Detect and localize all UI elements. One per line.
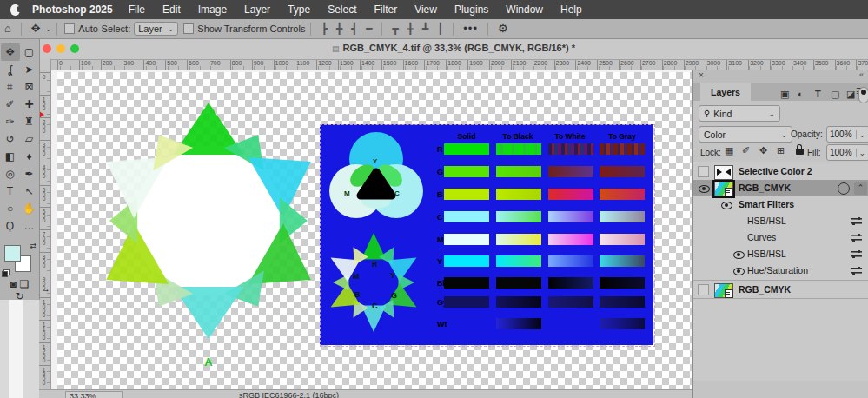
- edit-toolbar-icon[interactable]: ↻: [15, 290, 23, 302]
- filter-shape-layers-icon[interactable]: ▢: [831, 89, 839, 100]
- menu-view[interactable]: View: [406, 3, 446, 16]
- menu-edit[interactable]: Edit: [154, 3, 189, 16]
- layer-filter-kind-dropdown[interactable]: ⚲ Kind ⌄: [699, 105, 780, 122]
- filter-adjustment-layers-icon[interactable]: ◐: [798, 89, 804, 99]
- menu-plugins[interactable]: Plugins: [446, 3, 497, 16]
- workspace-settings-gear-icon[interactable]: ⚙: [494, 19, 513, 38]
- filter-options-icon[interactable]: [851, 250, 862, 258]
- gradient-tool[interactable]: ◧: [1, 148, 20, 165]
- default-colors-icon[interactable]: [2, 269, 10, 277]
- filter-options-icon[interactable]: [851, 217, 862, 225]
- ellipse-tool[interactable]: ○: [1, 200, 20, 217]
- filter-row-curves[interactable]: Curves: [693, 229, 868, 246]
- status-doc-profile[interactable]: sRGB IEC61966-2.1 (16bpc): [239, 391, 339, 398]
- menu-image[interactable]: Image: [189, 3, 235, 16]
- layer-row-selective-color-2[interactable]: Selective Color 2: [693, 163, 868, 180]
- visibility-checkbox[interactable]: [698, 284, 709, 295]
- lock-position-icon[interactable]: ✥: [759, 145, 767, 156]
- filter-row-hsb-hsl-2[interactable]: HSB/HSL: [693, 246, 868, 262]
- collapse-smart-filters-chevron[interactable]: ⌃: [854, 182, 867, 195]
- menu-type[interactable]: Type: [279, 3, 319, 16]
- swap-colors-icon[interactable]: ⇄: [30, 242, 36, 250]
- blend-mode-dropdown[interactable]: Color ⌄: [699, 126, 792, 143]
- close-panel-icon[interactable]: ×: [699, 70, 704, 80]
- eyedropper-tool[interactable]: ✐: [1, 96, 20, 113]
- filter-options-icon[interactable]: [851, 234, 862, 242]
- fill-input[interactable]: 100% ⌄: [826, 144, 868, 161]
- layer-row-rgb-cmyk-bottom[interactable]: RGB_CMYK: [693, 282, 868, 298]
- layers-tab[interactable]: Layers: [700, 83, 751, 101]
- menu-help[interactable]: Help: [552, 3, 591, 16]
- menu-select[interactable]: Select: [319, 3, 365, 16]
- menu-window[interactable]: Window: [497, 3, 552, 16]
- hand-tool[interactable]: ✋: [20, 200, 39, 217]
- object-selection-tool[interactable]: ➤: [20, 61, 39, 78]
- lock-pixels-icon[interactable]: ✐: [742, 145, 750, 156]
- menu-file[interactable]: File: [120, 3, 154, 16]
- align-center-h-icon[interactable]: ╋: [332, 23, 347, 35]
- show-transform-checkbox[interactable]: [183, 23, 194, 34]
- lock-all-icon[interactable]: [796, 149, 804, 155]
- move-tool[interactable]: ✥: [1, 43, 20, 61]
- lasso-tool[interactable]: ʆ: [1, 61, 20, 78]
- lock-transparency-icon[interactable]: ▦: [725, 145, 733, 156]
- edit-toolbar[interactable]: …: [20, 217, 39, 235]
- clone-stamp-tool[interactable]: ♜: [20, 113, 39, 130]
- menu-app-name[interactable]: Photoshop 2025: [32, 3, 113, 16]
- zoom-tool[interactable]: Ϙ: [1, 217, 20, 235]
- auto-select-target-dropdown[interactable]: Layer ⌄: [134, 22, 178, 36]
- visibility-checkbox[interactable]: [698, 166, 709, 177]
- frame-tool[interactable]: ⊠: [20, 78, 39, 96]
- layer-thumbnail[interactable]: [714, 283, 733, 298]
- type-tool[interactable]: T: [1, 182, 20, 200]
- layer-row-rgb-cmyk-selected[interactable]: RGB_CMYK ⌃: [693, 180, 868, 196]
- filter-row-hsb-hsl-1[interactable]: HSB/HSL: [693, 213, 868, 229]
- collapse-panel-icon[interactable]: «: [859, 70, 864, 79]
- filter-smart-objects-icon[interactable]: ◪: [846, 89, 855, 100]
- foreground-color-swatch[interactable]: [4, 245, 21, 262]
- lock-artboard-icon[interactable]: ⊞: [777, 145, 785, 156]
- distribute-h-icon[interactable]: ━: [361, 23, 376, 35]
- blur-tool[interactable]: ♦: [20, 148, 39, 165]
- eye-icon[interactable]: [699, 185, 710, 193]
- tool-preset-chevron-icon[interactable]: ⌄: [45, 24, 52, 33]
- eye-icon[interactable]: [733, 251, 745, 259]
- brush-tool[interactable]: ✑: [1, 113, 20, 130]
- quick-mask-icon[interactable]: ◙: [10, 278, 17, 290]
- healing-brush-tool[interactable]: ✚: [20, 96, 39, 113]
- eye-icon[interactable]: [733, 268, 745, 275]
- opacity-input[interactable]: 100% ⌄: [826, 126, 868, 143]
- rectangular-marquee-tool[interactable]: ▢: [20, 43, 39, 61]
- smart-filters-row[interactable]: Smart Filters: [693, 196, 868, 213]
- filter-toggle-switch[interactable]: [858, 87, 868, 103]
- align-left-icon[interactable]: ┣: [316, 23, 331, 35]
- status-zoom-level[interactable]: 33,33%: [65, 391, 123, 398]
- align-bottom-icon[interactable]: ┻: [418, 23, 433, 35]
- document-title-bar[interactable]: ▤RGB_CMYK_4.tif @ 33,3% (RGB_CMYK, RGB/1…: [39, 38, 868, 60]
- crop-tool[interactable]: ⌗: [1, 78, 20, 96]
- auto-select-checkbox[interactable]: [64, 23, 75, 34]
- apple-logo-icon[interactable]: [10, 4, 20, 16]
- pen-tool[interactable]: ✒: [20, 165, 39, 182]
- canvas-area[interactable]: [50, 70, 692, 389]
- align-middle-v-icon[interactable]: ╂: [403, 23, 418, 35]
- ruler-origin-corner[interactable]: [39, 59, 51, 70]
- more-align-options-button[interactable]: •••: [459, 19, 482, 38]
- smart-object-thumbnail[interactable]: [714, 182, 733, 196]
- menu-layer[interactable]: Layer: [235, 3, 279, 16]
- align-top-icon[interactable]: ┳: [388, 23, 402, 35]
- path-selection-tool[interactable]: ↖: [20, 182, 39, 200]
- adjustment-layer-thumbnail[interactable]: [714, 165, 733, 180]
- screen-mode-icon[interactable]: ❏: [19, 278, 29, 290]
- move-tool-icon[interactable]: ✥: [27, 19, 45, 38]
- menu-filter[interactable]: Filter: [365, 3, 406, 16]
- filter-options-icon[interactable]: [851, 267, 862, 275]
- distribute-v-icon[interactable]: ┃: [433, 23, 447, 35]
- eraser-tool[interactable]: ▱: [20, 130, 39, 148]
- home-icon[interactable]: ⌂: [0, 19, 16, 38]
- eye-icon[interactable]: [721, 202, 732, 209]
- smart-filter-mask-icon[interactable]: [838, 182, 850, 195]
- history-brush-tool[interactable]: ↺: [1, 130, 20, 148]
- filter-type-layers-icon[interactable]: T: [815, 89, 821, 99]
- filter-pixel-layers-icon[interactable]: ▣: [780, 89, 789, 100]
